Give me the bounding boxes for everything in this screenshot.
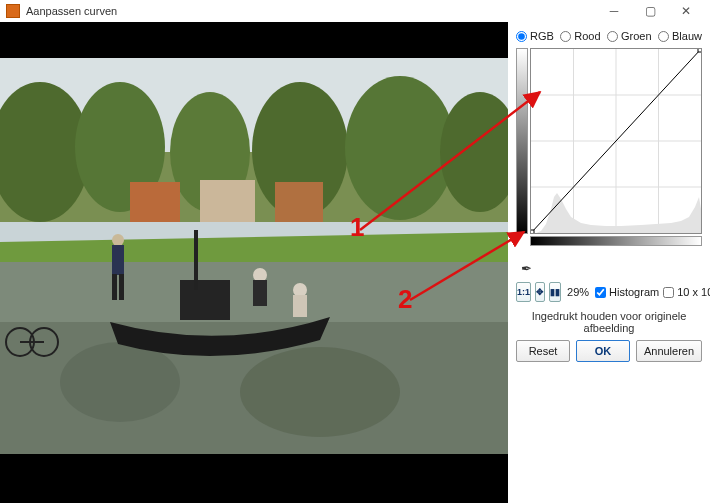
ok-button[interactable]: OK bbox=[576, 340, 630, 362]
app-icon bbox=[6, 4, 20, 18]
svg-rect-11 bbox=[200, 180, 255, 222]
svg-rect-38 bbox=[531, 230, 534, 233]
svg-rect-39 bbox=[698, 49, 701, 52]
channel-radios: RGB Rood Groen Blauw bbox=[516, 28, 702, 48]
svg-rect-12 bbox=[275, 182, 323, 222]
titlebar: Aanpassen curven ─ ▢ ✕ bbox=[0, 0, 710, 22]
svg-rect-21 bbox=[253, 280, 267, 306]
svg-point-8 bbox=[345, 76, 455, 220]
input-gradient bbox=[530, 236, 702, 246]
svg-point-22 bbox=[293, 283, 307, 297]
preview-hint: Ingedrukt houden voor originele afbeeldi… bbox=[516, 306, 702, 340]
maximize-button[interactable]: ▢ bbox=[632, 1, 668, 21]
svg-rect-27 bbox=[119, 274, 124, 300]
svg-rect-25 bbox=[112, 245, 124, 275]
curves-panel: RGB Rood Groen Blauw bbox=[508, 22, 710, 503]
curves-editor[interactable] bbox=[516, 48, 702, 248]
svg-point-17 bbox=[240, 347, 400, 437]
svg-rect-23 bbox=[293, 295, 307, 317]
zoom-value: 29% bbox=[565, 286, 591, 298]
channel-rgb[interactable]: RGB bbox=[516, 30, 554, 42]
close-button[interactable]: ✕ bbox=[668, 1, 704, 21]
svg-rect-19 bbox=[194, 230, 198, 290]
minimize-button[interactable]: ─ bbox=[596, 1, 632, 21]
svg-point-24 bbox=[112, 234, 124, 246]
channel-groen[interactable]: Groen bbox=[607, 30, 652, 42]
grid10-checkbox[interactable]: 10 x 10 bbox=[663, 286, 710, 298]
curve-grid[interactable] bbox=[530, 48, 702, 234]
zoom-actual-button[interactable]: 1:1 bbox=[516, 282, 531, 302]
histogram-checkbox[interactable]: Histogram bbox=[595, 286, 659, 298]
eyedropper-tool[interactable]: ✒ bbox=[516, 258, 536, 278]
zoom-fit-button[interactable]: ✥ bbox=[535, 282, 545, 302]
cancel-button[interactable]: Annuleren bbox=[636, 340, 702, 362]
channel-blauw[interactable]: Blauw bbox=[658, 30, 702, 42]
svg-rect-18 bbox=[180, 280, 230, 320]
output-gradient bbox=[516, 48, 528, 234]
image-preview[interactable] bbox=[0, 22, 508, 503]
svg-rect-10 bbox=[130, 182, 180, 222]
window-title: Aanpassen curven bbox=[26, 5, 117, 17]
svg-rect-26 bbox=[112, 274, 117, 300]
svg-point-16 bbox=[60, 342, 180, 422]
reset-button[interactable]: Reset bbox=[516, 340, 570, 362]
svg-point-20 bbox=[253, 268, 267, 282]
zoom-compare-button[interactable]: ▮▮ bbox=[549, 282, 561, 302]
channel-rood[interactable]: Rood bbox=[560, 30, 600, 42]
